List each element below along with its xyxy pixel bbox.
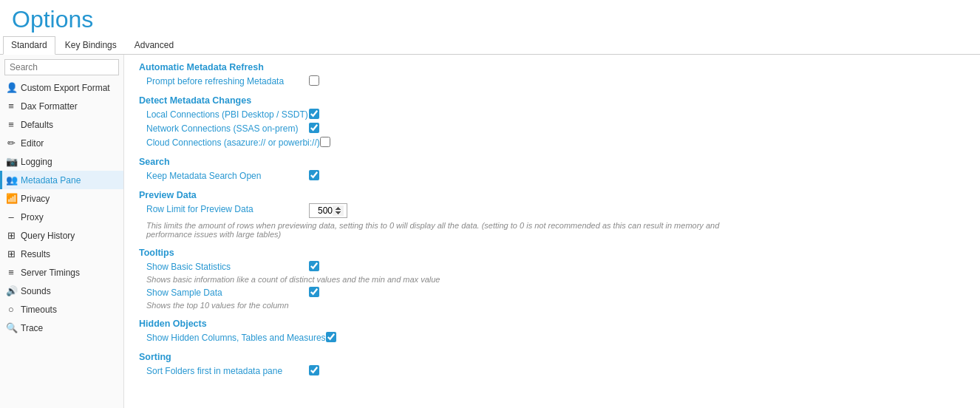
sidebar-item-query-history[interactable]: ⊞Query History xyxy=(0,226,123,245)
logging-icon: 📷 xyxy=(6,156,16,167)
setting-control-row-limit xyxy=(309,203,347,218)
sidebar-item-label-privacy: Privacy xyxy=(21,194,50,204)
section-title-sorting: Sorting xyxy=(139,352,965,362)
sidebar-item-defaults[interactable]: ≡Defaults xyxy=(0,115,123,134)
setting-control-show-sample-data xyxy=(309,287,319,297)
sidebar-item-results[interactable]: ⊞Results xyxy=(0,245,123,263)
title-bar: Options xyxy=(0,0,980,36)
setting-row-sort-folders-first: Sort Folders first in metadata pane xyxy=(139,365,965,376)
setting-row-show-hidden-cols: Show Hidden Columns, Tables and Measures xyxy=(139,332,965,343)
setting-label-cloud-connections: Cloud Connections (asazure:// or powerbi… xyxy=(146,137,320,148)
spinbox-wrap-row-limit xyxy=(309,203,347,218)
checkbox-show-basic-statistics[interactable] xyxy=(309,261,319,271)
setting-label-row-limit: Row Limit for Preview Data xyxy=(146,203,309,214)
query-icon: ⊞ xyxy=(6,230,16,241)
sidebar-item-label-metadata-pane: Metadata Pane xyxy=(21,175,81,186)
checkbox-keep-metadata-search-open[interactable] xyxy=(309,170,319,180)
setting-row-show-basic-statistics: Show Basic Statistics xyxy=(139,261,965,272)
setting-control-local-connections xyxy=(309,109,319,119)
setting-control-sort-folders-first xyxy=(309,365,319,375)
main-area: 👤Custom Export Format≡Dax Formatter≡Defa… xyxy=(0,55,980,408)
setting-control-network-connections xyxy=(309,123,319,133)
content-area: Automatic Metadata RefreshPrompt before … xyxy=(124,55,980,408)
checkbox-show-hidden-cols[interactable] xyxy=(326,332,336,342)
sidebar-item-dax-formatter[interactable]: ≡Dax Formatter xyxy=(0,97,123,115)
setting-row-network-connections: Network Connections (SSAS on-prem) xyxy=(139,123,965,134)
setting-control-cloud-connections xyxy=(320,137,330,147)
setting-row-prompt-before-refresh: Prompt before refreshing Metadata xyxy=(139,75,965,86)
section-title-tooltips: Tooltips xyxy=(139,248,965,258)
trace-icon: 🔍 xyxy=(6,322,16,333)
sidebar-item-privacy[interactable]: 📶Privacy xyxy=(0,189,123,208)
tab-keybindings[interactable]: Key Bindings xyxy=(57,36,125,54)
setting-row-row-limit: Row Limit for Preview Data xyxy=(139,203,965,218)
sidebar-item-metadata-pane[interactable]: 👥Metadata Pane xyxy=(0,171,123,189)
setting-label-local-connections: Local Connections (PBI Desktop / SSDT) xyxy=(146,109,309,120)
setting-label-network-connections: Network Connections (SSAS on-prem) xyxy=(146,123,309,134)
editor-icon: ✏ xyxy=(6,137,16,149)
sidebar-item-proxy[interactable]: –Proxy xyxy=(0,208,123,226)
sidebar-item-label-proxy: Proxy xyxy=(21,212,44,222)
sidebar-item-label-dax-formatter: Dax Formatter xyxy=(21,101,78,112)
checkbox-wrap-sort-folders-first xyxy=(309,365,319,375)
sidebar-item-label-defaults: Defaults xyxy=(21,120,53,130)
sidebar-item-logging[interactable]: 📷Logging xyxy=(0,152,123,171)
sidebar-item-label-server-timings: Server Timings xyxy=(21,268,80,278)
checkbox-wrap-show-basic-statistics xyxy=(309,261,319,271)
checkbox-cloud-connections[interactable] xyxy=(320,137,330,147)
section-title-hidden-objects: Hidden Objects xyxy=(139,319,965,329)
sidebar: 👤Custom Export Format≡Dax Formatter≡Defa… xyxy=(0,55,124,408)
search-box[interactable] xyxy=(4,59,119,75)
proxy-icon: – xyxy=(6,211,16,222)
sidebar-item-label-logging: Logging xyxy=(21,157,52,167)
checkbox-sort-folders-first[interactable] xyxy=(309,365,319,375)
sounds-icon: 🔊 xyxy=(6,285,16,296)
checkbox-wrap-local-connections xyxy=(309,109,319,119)
checkbox-wrap-prompt-before-refresh xyxy=(309,75,319,86)
setting-label-sort-folders-first: Sort Folders first in metadata pane xyxy=(146,365,309,376)
spinbox-row-limit[interactable] xyxy=(309,203,347,218)
checkbox-network-connections[interactable] xyxy=(309,123,319,133)
tab-standard[interactable]: Standard xyxy=(3,36,55,55)
search-input[interactable] xyxy=(4,59,119,75)
sidebar-item-label-editor: Editor xyxy=(21,138,44,149)
setting-label-prompt-before-refresh: Prompt before refreshing Metadata xyxy=(146,75,309,86)
tab-advanced[interactable]: Advanced xyxy=(126,36,182,54)
setting-control-prompt-before-refresh xyxy=(309,75,319,86)
checkbox-show-sample-data[interactable] xyxy=(309,287,319,297)
section-title-detect-metadata-changes: Detect Metadata Changes xyxy=(139,95,965,106)
sidebar-item-label-trace: Trace xyxy=(21,323,43,333)
setting-control-show-hidden-cols xyxy=(326,332,336,342)
setting-row-show-sample-data: Show Sample Data xyxy=(139,287,965,298)
section-title-search: Search xyxy=(139,157,965,167)
sidebar-item-timeouts[interactable]: ○Timeouts xyxy=(0,300,123,319)
defaults-icon: ≡ xyxy=(6,119,16,130)
setting-control-show-basic-statistics xyxy=(309,261,319,271)
export-icon: 👤 xyxy=(6,82,16,93)
sidebar-item-label-sounds: Sounds xyxy=(21,286,51,296)
section-title-preview-data: Preview Data xyxy=(139,190,965,200)
server-icon: ≡ xyxy=(6,267,16,278)
checkbox-local-connections[interactable] xyxy=(309,109,319,119)
setting-desc-show-basic-statistics: Shows basic information like a count of … xyxy=(139,275,767,284)
timeouts-icon: ○ xyxy=(6,304,16,315)
setting-label-show-sample-data: Show Sample Data xyxy=(146,287,309,298)
sidebar-item-trace[interactable]: 🔍Trace xyxy=(0,319,123,337)
sidebar-item-custom-export-format[interactable]: 👤Custom Export Format xyxy=(0,78,123,97)
metadata-icon: 👥 xyxy=(6,174,16,186)
sidebar-item-server-timings[interactable]: ≡Server Timings xyxy=(0,263,123,282)
page-title: Options xyxy=(12,6,968,33)
privacy-icon: 📶 xyxy=(6,193,16,204)
sidebar-item-sounds[interactable]: 🔊Sounds xyxy=(0,282,123,300)
checkbox-wrap-keep-metadata-search-open xyxy=(309,170,319,180)
checkbox-prompt-before-refresh[interactable] xyxy=(309,75,319,86)
setting-row-local-connections: Local Connections (PBI Desktop / SSDT) xyxy=(139,109,965,120)
results-icon: ⊞ xyxy=(6,248,16,259)
setting-row-keep-metadata-search-open: Keep Metadata Search Open xyxy=(139,170,965,181)
sidebar-item-label-timeouts: Timeouts xyxy=(21,305,57,315)
checkbox-wrap-show-hidden-cols xyxy=(326,332,336,342)
sidebar-item-label-results: Results xyxy=(21,249,50,259)
setting-desc-row-limit: This limits the amount of rows when prev… xyxy=(139,221,767,239)
sidebar-item-editor[interactable]: ✏Editor xyxy=(0,134,123,152)
checkbox-wrap-network-connections xyxy=(309,123,319,133)
